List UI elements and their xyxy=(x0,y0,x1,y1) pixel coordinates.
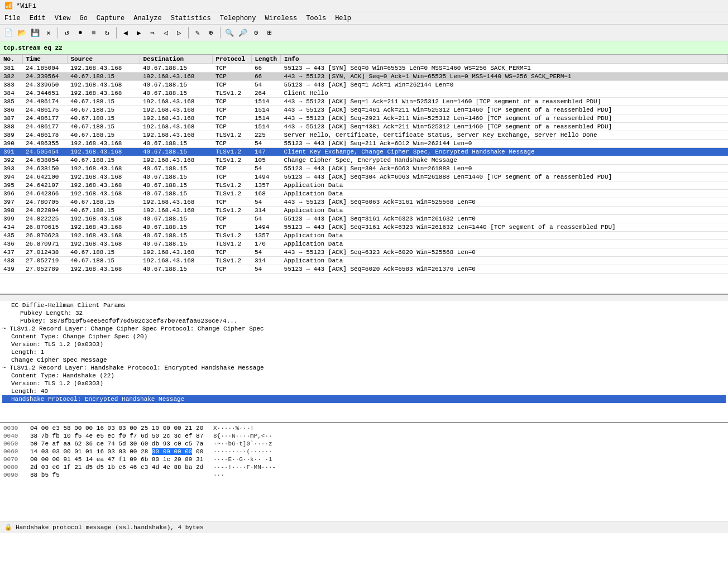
menu-item-telephony[interactable]: Telephony xyxy=(215,13,261,23)
detail-line[interactable]: ~ TLSv1.2 Record Layer: Change Cipher Sp… xyxy=(2,325,726,333)
goto-button[interactable]: ⇒ xyxy=(146,27,159,39)
menu-item-capture[interactable]: Capture xyxy=(92,13,129,23)
toggle-button[interactable]: ⊕ xyxy=(205,27,217,39)
table-row[interactable]: 38224.33956440.67.188.15192.168.43.168TC… xyxy=(0,73,728,81)
detail-line[interactable]: Pubkey: 3878fb10f54ee5ecf0f76d502c3cef87… xyxy=(2,317,726,325)
cell-dst: 40.67.188.15 xyxy=(140,173,212,181)
table-row[interactable]: 38824.48617740.67.188.15192.168.43.168TC… xyxy=(0,123,728,131)
cell-proto: TCP xyxy=(212,265,251,274)
cell-len: 1514 xyxy=(251,98,281,106)
cell-proto: TCP xyxy=(212,98,251,106)
menu-item-tools[interactable]: Tools xyxy=(301,13,331,23)
new-file-button[interactable]: 📄 xyxy=(2,27,15,39)
hex-line[interactable]: 007000 00 00 91 45 14 ea 47 f1 09 6b 80 … xyxy=(2,456,726,463)
menu-item-statistics[interactable]: Statistics xyxy=(166,13,215,23)
menu-item-file[interactable]: File xyxy=(0,13,25,23)
detail-line[interactable]: Pubkey Length: 32 xyxy=(2,309,726,317)
table-row[interactable]: 39724.78070540.67.188.15192.168.43.168TC… xyxy=(0,198,728,207)
cell-info: Application Data xyxy=(281,232,728,240)
table-row[interactable]: 39224.63805440.67.188.15192.168.43.168TL… xyxy=(0,156,728,165)
table-row[interactable]: 38424.344651192.168.43.16840.67.188.15TL… xyxy=(0,89,728,98)
zoom-in-button[interactable]: 🔍 xyxy=(223,27,236,39)
table-row[interactable]: 39024.486355192.168.43.16840.67.188.15TC… xyxy=(0,140,728,148)
capture-stop-button[interactable]: ■ xyxy=(88,27,100,39)
cell-len: 147 xyxy=(251,148,281,156)
packet-list-container[interactable]: No. Time Source Destination Protocol Len… xyxy=(0,55,728,295)
cell-dst: 40.67.188.15 xyxy=(140,240,212,248)
table-row[interactable]: 38924.48617840.67.188.15192.168.43.168TL… xyxy=(0,131,728,140)
table-row[interactable]: 38524.48617440.67.188.15192.168.43.168TC… xyxy=(0,98,728,106)
cell-src: 192.168.43.168 xyxy=(67,240,140,248)
hex-line[interactable]: 006014 03 03 00 01 01 16 03 03 00 28 00 … xyxy=(2,448,726,456)
cell-proto: TCP xyxy=(212,106,251,114)
table-row[interactable]: 39924.822225192.168.43.16840.67.188.15TC… xyxy=(0,215,728,223)
cell-time: 24.642100 xyxy=(22,173,67,181)
hex-line[interactable]: 003004 00 e3 58 00 00 16 03 03 00 25 10 … xyxy=(2,424,726,432)
table-row[interactable]: 43827.05271940.67.188.15192.168.43.168TL… xyxy=(0,257,728,265)
hex-line[interactable]: 00802d 03 e0 1f 21 d5 d5 1b c6 46 c3 4d … xyxy=(2,463,726,471)
detail-line[interactable]: Change Cipher Spec Message xyxy=(2,356,726,364)
cell-len: 168 xyxy=(251,190,281,198)
hex-ascii: ··· xyxy=(213,472,224,478)
cell-src: 40.67.188.15 xyxy=(67,73,140,81)
menu-item-wireless[interactable]: Wireless xyxy=(261,13,302,23)
back-button[interactable]: ◀ xyxy=(119,27,132,39)
table-row[interactable]: 43526.870623192.168.43.16840.67.188.15TL… xyxy=(0,232,728,240)
detail-line[interactable]: ~ TLSv1.2 Record Layer: Handshake Protoc… xyxy=(2,364,726,372)
table-row[interactable]: 39624.642366192.168.43.16840.67.188.15TL… xyxy=(0,190,728,198)
menu-item-view[interactable]: View xyxy=(50,13,75,23)
detail-line[interactable]: Content Type: Handshake (22) xyxy=(2,372,726,380)
detail-line[interactable]: Handshake Protocol: Encrypted Handshake … xyxy=(2,395,726,403)
cell-dst: 192.168.43.168 xyxy=(140,156,212,165)
cell-proto: TLSv1.2 xyxy=(212,190,251,198)
open-file-button[interactable]: 📂 xyxy=(16,27,28,39)
cell-src: 192.168.43.168 xyxy=(67,223,140,232)
packet-detail[interactable]: EC Diffie-Hellman Client Params Pubkey L… xyxy=(0,300,728,423)
zoom-out-button[interactable]: 🔎 xyxy=(237,27,249,39)
next-capture-button[interactable]: ▷ xyxy=(173,27,185,39)
cell-no: 399 xyxy=(0,215,22,223)
hex-dump[interactable]: 003004 00 e3 58 00 00 16 03 03 00 25 10 … xyxy=(0,423,728,521)
cell-src: 192.168.43.168 xyxy=(67,190,140,198)
prev-capture-button[interactable]: ◁ xyxy=(160,27,172,39)
normal-size-button[interactable]: ⊙ xyxy=(250,27,262,39)
detail-line[interactable]: Version: TLS 1.2 (0x0303) xyxy=(2,341,726,348)
hex-line[interactable]: 004038 7b fb 10 f5 4e e5 ec f0 f7 6d 50 … xyxy=(2,432,726,440)
detail-line[interactable]: Content Type: Change Cipher Spec (20) xyxy=(2,333,726,341)
hex-line[interactable]: 0050b0 7e af aa 62 36 ce 74 5d 30 60 db … xyxy=(2,440,726,448)
capture-start-button[interactable]: ● xyxy=(74,27,87,39)
table-row[interactable]: 43426.870615192.168.43.16840.67.188.15TC… xyxy=(0,223,728,232)
menu-item-help[interactable]: Help xyxy=(331,13,356,23)
detail-line[interactable]: EC Diffie-Hellman Client Params xyxy=(2,301,726,309)
table-row[interactable]: 43727.01243840.67.188.15192.168.43.168TC… xyxy=(0,248,728,257)
cell-time: 24.486174 xyxy=(22,98,67,106)
menu-item-edit[interactable]: Edit xyxy=(25,13,50,23)
save-file-button[interactable]: 💾 xyxy=(29,27,41,39)
detail-line[interactable]: Length: 1 xyxy=(2,348,726,356)
detail-line[interactable]: Version: TLS 1.2 (0x0303) xyxy=(2,380,726,387)
table-row[interactable]: 38624.48617540.67.188.15192.168.43.168TC… xyxy=(0,106,728,114)
close-file-button[interactable]: ✕ xyxy=(42,27,55,39)
table-row[interactable]: 38124.185004192.168.43.16840.67.188.15TC… xyxy=(0,64,728,73)
table-row[interactable]: 39824.82209440.67.188.15192.168.43.168TL… xyxy=(0,207,728,215)
hex-line[interactable]: 009088 b5 f5··· xyxy=(2,471,726,479)
capture-restart-button[interactable]: ↻ xyxy=(101,27,113,39)
table-row[interactable]: 38324.339650192.168.43.16840.67.188.15TC… xyxy=(0,81,728,89)
menu-item-analyze[interactable]: Analyze xyxy=(129,13,166,23)
menu-item-go[interactable]: Go xyxy=(75,13,92,23)
table-row[interactable]: 38724.48617740.67.188.15192.168.43.168TC… xyxy=(0,114,728,123)
table-row[interactable]: 43626.870971192.168.43.16840.67.188.15TL… xyxy=(0,240,728,248)
reload-button[interactable]: ↺ xyxy=(61,27,73,39)
resize-columns-button[interactable]: ⊞ xyxy=(264,27,276,39)
table-row[interactable]: 43927.052789192.168.43.16840.67.188.15TC… xyxy=(0,265,728,274)
cell-src: 192.168.43.168 xyxy=(67,181,140,190)
hex-bytes: 14 03 03 00 01 01 16 03 03 00 28 00 00 0… xyxy=(30,448,209,455)
mark-button[interactable]: ✎ xyxy=(191,27,204,39)
table-row[interactable]: 39324.638150192.168.43.16840.67.188.15TC… xyxy=(0,165,728,173)
table-row[interactable]: 39524.642107192.168.43.16840.67.188.15TL… xyxy=(0,181,728,190)
detail-line[interactable]: Length: 40 xyxy=(2,387,726,395)
forward-button[interactable]: ▶ xyxy=(133,27,145,39)
table-row[interactable]: 39424.642100192.168.43.16840.67.188.15TC… xyxy=(0,173,728,181)
table-row[interactable]: 39124.505454192.168.43.16840.67.188.15TL… xyxy=(0,148,728,156)
cell-src: 192.168.43.168 xyxy=(67,148,140,156)
